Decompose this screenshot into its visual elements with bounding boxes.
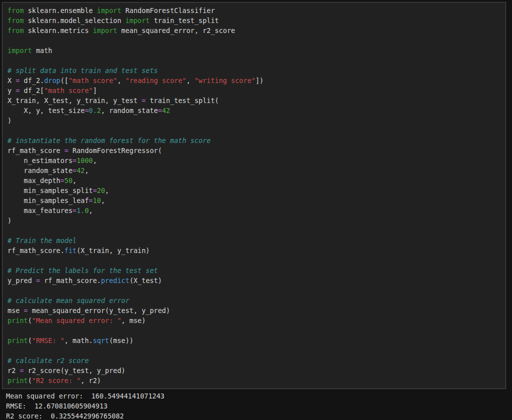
code-line[interactable]: max_features=1.0, [8, 206, 500, 216]
code-token: ) [8, 116, 12, 124]
code-token: 42 [162, 106, 170, 114]
code-token: ] [93, 86, 97, 94]
code-token: = [93, 186, 97, 194]
code-line[interactable]: rf_math_score = RandomForestRegressor( [8, 146, 500, 156]
code-token: RandomForestRegressor( [68, 146, 162, 154]
code-line[interactable]: ) [8, 216, 500, 226]
code-line[interactable]: mse = mean_squared_error(y_test, y_pred) [8, 306, 500, 316]
code-token: import [8, 46, 32, 54]
code-token: , math. [64, 336, 93, 344]
code-line[interactable]: # instantiate the random forest for the … [8, 136, 500, 146]
code-token: 1. [76, 206, 84, 214]
code-token: print [8, 336, 28, 344]
cell-output: Mean squared error: 160.54944141071243 R… [2, 391, 509, 420]
code-token: rf_math_score. [8, 246, 64, 254]
code-line[interactable] [8, 126, 500, 136]
code-token: # split data into train and test sets [8, 66, 158, 74]
code-token: train_test_split [150, 16, 219, 24]
code-line[interactable]: print("Mean squared error: ", mse) [8, 316, 500, 326]
code-line[interactable]: print("RMSE: ", math.sqrt(mse)) [8, 336, 500, 346]
code-token: , [105, 186, 109, 194]
code-line[interactable] [8, 326, 500, 336]
code-token: = [20, 366, 24, 374]
code-token: (X_test) [130, 276, 162, 284]
output-line: R2 score: 0.3255442996765082 [6, 411, 509, 420]
code-token: print [8, 316, 28, 324]
code-token: # instantiate the random forest for the … [8, 136, 210, 144]
code-line[interactable] [8, 256, 500, 266]
code-line[interactable]: ) [8, 116, 500, 126]
code-token: , r2) [80, 376, 101, 384]
code-line[interactable]: # Train the model [8, 236, 500, 246]
code-token: drop [44, 76, 60, 84]
code-token: = [72, 206, 76, 214]
code-line[interactable]: # calculate r2 score [8, 356, 500, 366]
code-token: 2 [97, 106, 101, 114]
code-token: "Mean squared error: " [32, 316, 122, 324]
code-token: , [72, 176, 76, 184]
code-token: mean_squared_error, r2_score [117, 26, 235, 34]
code-line[interactable]: y_pred = rf_math_score.predict(X_test) [8, 276, 500, 286]
code-token: = [72, 156, 76, 164]
code-token: ( [28, 316, 32, 324]
code-line[interactable]: import math [8, 46, 500, 56]
code-token: 0. [89, 106, 97, 114]
code-token: , mse) [122, 316, 146, 324]
code-line[interactable]: from sklearn.metrics import mean_squared… [8, 26, 500, 36]
code-line[interactable]: # Predict the labels for the test set [8, 266, 500, 276]
code-token: "writing score" [194, 76, 256, 84]
output-line: Mean squared error: 160.54944141071243 [6, 391, 509, 401]
code-token: # Predict the labels for the test set [8, 266, 158, 274]
code-line[interactable]: min_samples_leaf=10, [8, 196, 500, 206]
code-token: import [93, 26, 118, 34]
code-line[interactable] [8, 226, 500, 236]
code-token: = [72, 166, 76, 174]
code-line[interactable]: from sklearn.model_selection import trai… [8, 16, 500, 26]
code-line[interactable]: n_estimators=1000, [8, 156, 500, 166]
code-token: r2 [8, 366, 20, 374]
code-token: random_state [8, 166, 72, 174]
code-token: X [8, 76, 16, 84]
code-token: min_samples_leaf [8, 196, 89, 204]
code-line[interactable] [8, 56, 500, 66]
code-line[interactable]: X, y, test_size=0.2, random_state=42 [8, 106, 500, 116]
code-token: 1000 [76, 156, 93, 164]
code-token: , [89, 206, 93, 214]
code-line[interactable]: r2 = r2_score(y_test, y_pred) [8, 366, 500, 376]
code-token: , [93, 156, 97, 164]
code-line[interactable]: X = df_2.drop(["math score", "reading sc… [8, 76, 500, 86]
code-token: rf_math_score [8, 146, 64, 154]
code-line[interactable]: min_samples_split=20, [8, 186, 500, 196]
code-token: sklearn.ensemble [24, 6, 97, 14]
code-token: from [8, 16, 24, 24]
notebook-page: from sklearn.ensemble import RandomFores… [0, 0, 512, 420]
code-token: 0 [84, 206, 88, 214]
code-token: = [89, 196, 93, 204]
code-line[interactable]: # calculate mean squared error [8, 296, 500, 306]
code-token: from [8, 6, 24, 14]
code-token: df_2[ [20, 86, 44, 94]
code-line[interactable]: from sklearn.ensemble import RandomFores… [8, 6, 500, 16]
code-line[interactable] [8, 286, 500, 296]
code-line[interactable]: rf_math_score.fit(X_train, y_train) [8, 246, 500, 256]
code-line[interactable]: random_state=42, [8, 166, 500, 176]
code-token: ([ [60, 76, 68, 84]
code-cell[interactable]: from sklearn.ensemble import RandomFores… [2, 2, 506, 389]
code-token: 10 [93, 196, 101, 204]
code-line[interactable] [8, 36, 500, 46]
code-token: ) [8, 216, 12, 224]
code-token: "RMSE: " [32, 336, 64, 344]
code-line[interactable]: X_train, X_test, y_train, y_test = train… [8, 96, 500, 106]
code-line[interactable]: # split data into train and test sets [8, 66, 500, 76]
code-line[interactable]: max_depth=50, [8, 176, 500, 186]
code-token: ( [28, 336, 32, 344]
code-token: ]) [256, 76, 264, 84]
code-token: 42 [76, 166, 84, 174]
code-line[interactable] [8, 346, 500, 356]
code-token: mean_squared_error(y_test, y_pred) [28, 306, 170, 314]
code-line[interactable]: y = df_2["math score"] [8, 86, 500, 96]
code-token: = [36, 276, 40, 284]
code-token: "reading score" [126, 76, 186, 84]
code-line[interactable]: print("R2 score: ", r2) [8, 376, 500, 386]
code-token: X_train, X_test, y_train, y_test [8, 96, 142, 104]
